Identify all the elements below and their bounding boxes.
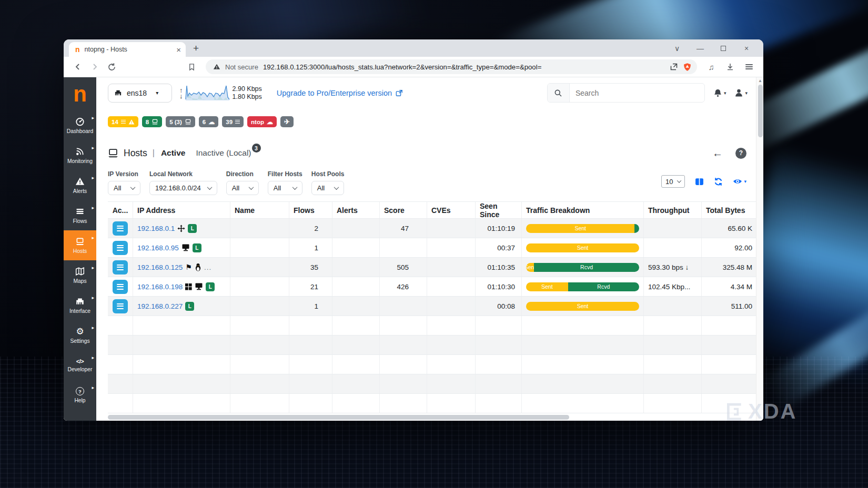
menu-icon[interactable] (741, 59, 757, 75)
brave-shield-icon[interactable] (683, 63, 692, 72)
traffic-breakdown-bar: Sent Rcvd (526, 263, 639, 272)
host-ip-link[interactable]: 192.168.0.95 (137, 244, 179, 252)
chevron-right-icon: ▸ (92, 295, 94, 300)
status-badges: 14 8 5 (3) 6 ☁ 39 (108, 116, 294, 127)
tab-title: ntopng - Hosts (85, 46, 172, 53)
xda-logo-icon (725, 402, 744, 421)
local-hosts-badge[interactable]: 5 (3) (166, 116, 195, 127)
interface-name: ens18 (127, 89, 147, 97)
security-label: Not secure (225, 63, 258, 71)
active-hosts-badge[interactable]: 8 (142, 116, 162, 127)
ntopng-logo[interactable]: n (64, 77, 96, 110)
share-icon[interactable] (670, 63, 678, 71)
minimize-button[interactable]: — (689, 44, 712, 53)
filter-ip-version: IP Version All (108, 170, 140, 195)
ip-version-select[interactable]: All (108, 181, 140, 195)
sidebar-item-alerts[interactable]: Alerts ▸ (64, 170, 96, 200)
host-ip-link[interactable]: 192.168.0.198 (137, 283, 183, 291)
search-input[interactable] (570, 89, 704, 97)
chevron-right-icon: ▸ (92, 145, 94, 150)
vertical-scrollbar[interactable]: ▲ (756, 77, 763, 421)
flows-count-badge[interactable]: 39 (222, 116, 244, 127)
sidebar-item-monitoring[interactable]: Monitoring ▸ (64, 140, 96, 170)
local-host-badge: L (193, 243, 201, 252)
caret-down-icon: ▾ (156, 90, 158, 96)
host-pools-select[interactable]: All (311, 181, 345, 195)
table-controls: 10 ▾ (661, 175, 746, 188)
url-text: 192.168.0.125:3000/lua/hosts_stats.lua?n… (263, 63, 665, 71)
sidebar-item-hosts[interactable]: Hosts ▸ (64, 230, 96, 260)
scrollbar-thumb[interactable] (758, 85, 763, 137)
host-ip-link[interactable]: 192.168.0.1 (137, 225, 175, 232)
sidebar-item-help[interactable]: ? Help ▸ (64, 380, 96, 410)
host-actions-button[interactable] (113, 280, 128, 294)
filter-direction: Direction All (226, 170, 259, 195)
sidebar-item-dashboard[interactable]: Dashboard ▸ (64, 110, 96, 140)
view-options-button[interactable]: ▾ (733, 177, 746, 186)
chevron-down-icon (207, 185, 212, 190)
scrollbar-thumb[interactable] (108, 415, 569, 420)
download-icon[interactable] (722, 59, 738, 75)
sidebar-item-interface[interactable]: Interface ▸ (64, 290, 96, 320)
browser-tab[interactable]: n ntopng - Hosts × (69, 42, 186, 57)
host-ip-link[interactable]: 192.168.0.125 (137, 263, 183, 271)
ntopng-favicon: n (75, 45, 80, 54)
sidebar-item-settings[interactable]: ⚙ Settings ▸ (64, 320, 96, 350)
close-button[interactable]: × (735, 44, 758, 53)
sidebar-item-maps[interactable]: Maps ▸ (64, 260, 96, 290)
reload-button[interactable] (104, 59, 119, 75)
url-bar[interactable]: Not secure 192.168.0.125:3000/lua/hosts_… (206, 59, 697, 74)
remote-hosts-badge[interactable]: 6 ☁ (199, 116, 218, 127)
maximize-button[interactable] (712, 44, 735, 53)
filter-hosts-select[interactable]: All (268, 181, 302, 195)
traffic-mode-badge[interactable]: ✈ (280, 116, 294, 127)
upgrade-link[interactable]: Upgrade to Pro/Enterprise version (277, 89, 403, 97)
chevron-right-icon: ▸ (92, 115, 94, 120)
ntop-cloud-badge[interactable]: ntop ☁ (247, 116, 277, 127)
refresh-icon[interactable] (714, 177, 723, 186)
tab-close-icon[interactable]: × (176, 45, 181, 54)
traffic-breakdown-bar: Sent (526, 224, 639, 233)
monitor-icon (181, 243, 190, 252)
ethernet-icon (75, 297, 85, 306)
laptop-icon (75, 237, 85, 246)
xda-watermark: XDA (725, 400, 797, 423)
media-control-icon[interactable]: ♫ (703, 59, 719, 75)
columns-icon[interactable] (695, 177, 704, 186)
host-actions-button[interactable] (113, 260, 128, 274)
map-icon (75, 267, 85, 276)
local-network-select[interactable]: 192.168.0.0/24 (149, 181, 217, 195)
hosts-icon (108, 148, 118, 158)
user-menu-button[interactable]: ▾ (734, 88, 748, 97)
scroll-up-arrow[interactable]: ▲ (756, 78, 763, 83)
browser-tabstrip: n ntopng - Hosts × + ∨ — × (64, 39, 763, 57)
tab-active-hosts[interactable]: Active (161, 148, 186, 158)
engaged-alerts-badge[interactable]: 14 (108, 116, 138, 127)
notifications-button[interactable]: ▾ (713, 88, 726, 97)
direction-select[interactable]: All (226, 181, 259, 195)
tab-search-icon[interactable]: ∨ (665, 44, 689, 53)
interface-select[interactable]: ens18 ▾ (108, 84, 172, 103)
forward-button[interactable] (87, 59, 103, 75)
chevron-right-icon: ▸ (92, 385, 94, 390)
filter-host-pools: Host Pools All (311, 170, 345, 195)
host-actions-button[interactable] (113, 241, 128, 255)
table-header: Ac... IP Address Name Flows Alerts Score… (108, 201, 756, 219)
page-help-icon[interactable]: ? (735, 148, 746, 159)
page-size-select[interactable]: 10 (661, 175, 685, 188)
new-tab-button[interactable]: + (193, 43, 199, 54)
back-button[interactable] (70, 59, 86, 75)
chevron-right-icon: ▸ (92, 175, 94, 180)
forward-icon (90, 63, 99, 71)
tab-inactive-hosts[interactable]: Inactive (Local) 3 (196, 148, 254, 158)
back-arrow-icon[interactable]: ← (712, 147, 723, 159)
host-actions-button[interactable] (113, 299, 128, 313)
updown-arrows-icon: ↑↓ (179, 87, 183, 99)
sidebar-item-flows[interactable]: Flows ▸ (64, 200, 96, 230)
bookmark-button[interactable] (184, 59, 199, 75)
host-actions-button[interactable] (113, 221, 128, 236)
sidebar-item-developer[interactable]: </> Developer ▸ (64, 350, 96, 380)
host-ip-link[interactable]: 192.168.0.227 (137, 302, 183, 310)
chevron-down-icon (334, 185, 339, 190)
horizontal-scrollbar[interactable] (108, 415, 749, 420)
